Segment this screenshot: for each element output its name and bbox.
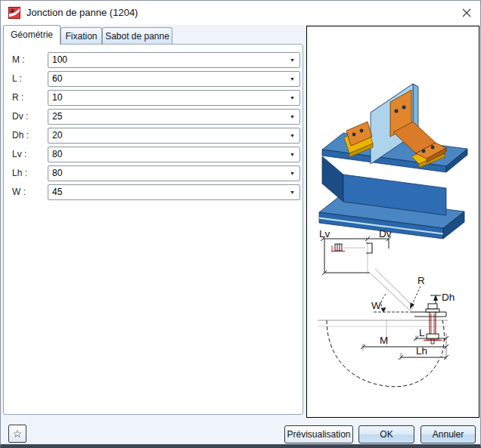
field-label-lv: Lv : <box>12 147 47 162</box>
field-label-lh: Lh : <box>12 165 47 181</box>
star-icon: ☆ <box>13 428 23 440</box>
chevron-down-icon: ▼ <box>290 91 295 105</box>
combobox-l[interactable]: 60 ▼ <box>48 71 300 87</box>
favorites-button[interactable]: ☆ <box>8 425 26 443</box>
title-bar: Jonction de panne (1204) <box>1 1 480 25</box>
ok-button[interactable]: OK <box>358 425 414 443</box>
combobox-dv-value: 25 <box>52 110 62 124</box>
combobox-l-value: 60 <box>52 72 62 86</box>
dim-label-dh: Dh <box>442 292 455 303</box>
dim-label-lh: Lh <box>416 345 427 357</box>
field-label-w: W : <box>12 184 47 200</box>
combobox-dh[interactable]: 20 ▼ <box>48 128 300 144</box>
geometry-tab-panel: M : 100 ▼ L : 60 ▼ R : 10 ▼ Dv : 25 ▼ Dh… <box>3 44 303 415</box>
chevron-down-icon: ▼ <box>290 72 295 86</box>
preview-2d-diagram: Lv Dv R W Dh L M Lh <box>318 228 455 387</box>
chevron-down-icon: ▼ <box>290 166 295 181</box>
dim-label-lv: Lv <box>319 228 330 239</box>
chevron-down-icon: ▼ <box>290 128 295 143</box>
dim-label-m: M <box>380 335 388 346</box>
combobox-m-value: 100 <box>52 53 67 67</box>
combobox-w-value: 45 <box>52 185 62 199</box>
screenshot-stage: Jonction de panne (1204) Géométrie Fixat… <box>0 0 481 448</box>
combobox-w[interactable]: 45 ▼ <box>48 184 300 200</box>
chevron-down-icon: ▼ <box>290 147 295 162</box>
field-label-r: R : <box>12 90 47 106</box>
close-icon <box>462 8 471 17</box>
tekla-app-icon <box>8 7 20 19</box>
combobox-dh-value: 20 <box>52 128 62 143</box>
field-label-dh: Dh : <box>12 128 47 144</box>
combobox-r[interactable]: 10 ▼ <box>48 90 300 106</box>
tab-fixation[interactable]: Fixation <box>61 27 102 45</box>
dim-label-dv: Dv <box>379 228 392 239</box>
combobox-lh[interactable]: 80 ▼ <box>48 165 300 181</box>
combobox-r-value: 10 <box>52 91 62 105</box>
chevron-down-icon: ▼ <box>290 110 295 124</box>
joint-preview-graphic: Lv Dv R W Dh L M Lh <box>307 26 479 417</box>
combobox-lv-value: 80 <box>52 147 62 162</box>
tab-sabot-de-panne[interactable]: Sabot de panne <box>102 27 172 45</box>
combobox-m[interactable]: 100 ▼ <box>48 52 300 68</box>
combobox-lh-value: 80 <box>52 166 62 181</box>
combobox-dv[interactable]: 25 ▼ <box>48 109 300 125</box>
preview-panel: Lv Dv R W Dh L M Lh <box>306 26 479 418</box>
dim-label-l: L <box>419 327 425 338</box>
dialog-window: Jonction de panne (1204) Géométrie Fixat… <box>0 0 481 448</box>
field-label-m: M : <box>12 52 47 68</box>
field-label-dv: Dv : <box>12 109 47 125</box>
chevron-down-icon: ▼ <box>290 185 295 199</box>
close-button[interactable] <box>456 4 477 22</box>
tab-geometrie[interactable]: Géométrie <box>3 25 61 45</box>
preview-3d-view <box>319 84 467 239</box>
cancel-button[interactable]: Annuler <box>420 425 476 443</box>
field-label-l: L : <box>12 71 47 87</box>
window-title: Jonction de panne (1204) <box>26 1 138 25</box>
preview-button[interactable]: Prévisualisation <box>284 425 353 443</box>
dim-label-r: R <box>417 275 425 286</box>
dim-label-w: W <box>371 300 381 311</box>
combobox-lv[interactable]: 80 ▼ <box>48 147 300 162</box>
chevron-down-icon: ▼ <box>290 53 295 67</box>
